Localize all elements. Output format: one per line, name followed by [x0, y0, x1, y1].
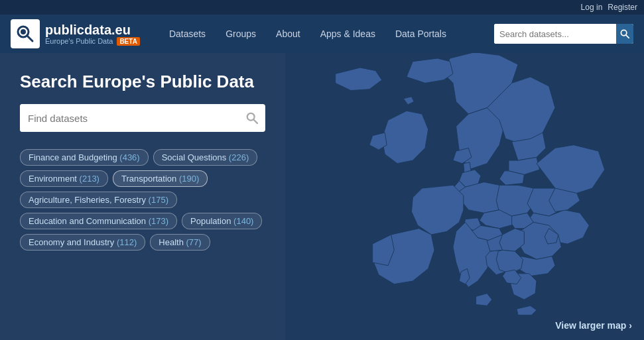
- header-search-button[interactable]: [616, 24, 633, 44]
- nav-apps-ideas[interactable]: Apps & Ideas: [311, 15, 385, 53]
- find-datasets-input[interactable]: [20, 104, 239, 132]
- tag-item[interactable]: Education and Communication (173): [20, 213, 177, 229]
- register-link[interactable]: Register: [608, 3, 637, 12]
- view-larger-label: View larger map: [555, 320, 626, 331]
- view-larger-link[interactable]: View larger map ›: [555, 320, 632, 331]
- logo-icon: [11, 19, 40, 48]
- main-nav: Datasets Groups About Apps & Ideas Data …: [160, 15, 494, 53]
- top-bar: Log in Register: [0, 0, 644, 15]
- beta-badge: BETA: [117, 37, 139, 46]
- tag-item[interactable]: Health (77): [150, 234, 210, 251]
- svg-line-4: [626, 35, 629, 38]
- login-link[interactable]: Log in: [581, 3, 603, 12]
- tag-item[interactable]: Environment (213): [20, 170, 108, 187]
- header-search: [494, 24, 633, 44]
- tag-item[interactable]: Economy and Industry (112): [20, 234, 145, 251]
- chevron-right-icon: ›: [629, 320, 632, 331]
- tag-item[interactable]: Social Questions (226): [153, 149, 258, 166]
- panel-title: Search Europe's Public Data: [20, 72, 265, 92]
- nav-data-portals[interactable]: Data Portals: [386, 15, 456, 53]
- find-datasets-wrap: [20, 104, 265, 132]
- main-content: Search Europe's Public Data Finance and …: [0, 53, 644, 340]
- europe-map: .country { fill: #3a5f9a; stroke: #1b3a6…: [285, 53, 644, 340]
- find-datasets-button[interactable]: [239, 104, 265, 132]
- header: publicdata.eu Europe's Public Data BETA …: [0, 15, 644, 53]
- nav-groups[interactable]: Groups: [216, 15, 265, 53]
- left-panel: Search Europe's Public Data Finance and …: [0, 53, 285, 340]
- tag-item[interactable]: Population (140): [182, 213, 262, 229]
- nav-datasets[interactable]: Datasets: [160, 15, 215, 53]
- svg-line-6: [254, 120, 257, 123]
- nav-about[interactable]: About: [267, 15, 310, 53]
- map-area: .country { fill: #3a5f9a; stroke: #1b3a6…: [285, 53, 644, 340]
- tag-item[interactable]: Agriculture, Fisheries, Forestry (175): [20, 192, 177, 208]
- svg-line-1: [27, 36, 32, 41]
- logo-title: publicdata.eu: [45, 23, 140, 37]
- tag-item[interactable]: Transportation (190): [113, 170, 208, 187]
- tags-area: Finance and Budgeting (436)Social Questi…: [20, 149, 265, 251]
- tag-item[interactable]: Finance and Budgeting (436): [20, 149, 149, 166]
- svg-point-2: [21, 29, 26, 34]
- logo-subtitle: Europe's Public Data: [45, 37, 113, 45]
- header-search-input[interactable]: [494, 24, 616, 44]
- logo-link[interactable]: publicdata.eu Europe's Public Data BETA: [11, 19, 140, 48]
